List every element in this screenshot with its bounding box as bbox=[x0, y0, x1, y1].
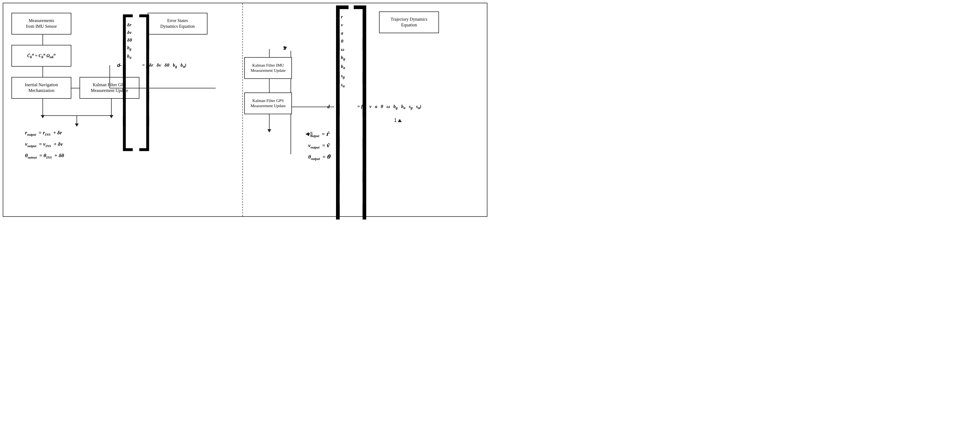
label-2-arrow: 2 bbox=[283, 46, 286, 51]
arrow-box4-output bbox=[110, 99, 113, 118]
arrow-merge-output bbox=[75, 115, 79, 127]
out-eq1-right: routput = r̂ bbox=[308, 128, 330, 140]
label-1-area: 1 bbox=[394, 117, 402, 123]
out-eq2-right: voutput = v̂ bbox=[308, 140, 330, 151]
box-kf-gps-right: Kalman Filter GPS Measurement Update bbox=[244, 92, 292, 114]
diagram-container: Measurements from IMU Sensor Ċbn = Cbn Ω… bbox=[3, 3, 487, 217]
traj-matrix-right-bracket: ⎤⎥⎥⎥⎥⎥⎥⎥⎦ bbox=[350, 11, 369, 220]
out-eq2-left: voutput = vINS + δv bbox=[25, 138, 64, 150]
hline-d-bracket bbox=[119, 65, 122, 66]
right-bracket-error: ⎤⎥⎥⎥⎦ bbox=[137, 20, 152, 147]
left-panel: Measurements from IMU Sensor Ċbn = Cbn Ω… bbox=[3, 3, 243, 216]
arrow-kf-gps-right-down bbox=[267, 114, 271, 133]
output-equations-left: routput = rINS + δr voutput = vINS + δv … bbox=[25, 127, 64, 161]
out-eq3-right: θoutput = θ̂ bbox=[308, 151, 330, 163]
arrow-1-up bbox=[398, 119, 402, 122]
error-eq-rhs: = f(δr δv δθ bg ba) bbox=[142, 63, 186, 69]
out-eq1-left: routput = rINS + δr bbox=[25, 127, 64, 138]
hline-traj-connector bbox=[291, 107, 330, 107]
box-measurements: Measurements from IMU Sensor bbox=[11, 13, 72, 35]
error-matrix-items: δr δv δθ bg ba bbox=[127, 22, 132, 60]
box-kf-imu: Kalman Filter IMU Measurement Update bbox=[244, 57, 292, 79]
box-error-states: Error States Dynamics Equation bbox=[148, 13, 207, 35]
hline-error-to-box4 bbox=[110, 88, 216, 89]
kf-gps-right-label: Kalman Filter GPS Measurement Update bbox=[250, 98, 286, 109]
hline-box3-box4 bbox=[72, 88, 80, 89]
measurements-label: Measurements from IMU Sensor bbox=[26, 18, 57, 29]
arrow-2-down bbox=[283, 47, 287, 50]
label-1: 1 bbox=[394, 117, 397, 123]
box-inm: Inertial Navigation Mechanization bbox=[11, 77, 72, 99]
vline-error-left bbox=[110, 65, 110, 88]
trajectory-label: Trajectory Dynamics Equation bbox=[391, 17, 428, 28]
traj-eq-rhs: = f(r v a θ ω bg ba sg sa) bbox=[357, 104, 421, 110]
cdot-eq-label: Ċbn = Cbn Ωnbn bbox=[27, 52, 56, 60]
box-trajectory: Trajectory Dynamics Equation bbox=[379, 11, 439, 33]
error-states-label: Error States Dynamics Equation bbox=[161, 18, 195, 29]
hline-d-traj bbox=[330, 107, 334, 107]
box-cdot-eq: Ċbn = Cbn Ωnbn bbox=[11, 45, 72, 67]
kf-imu-label: Kalman Filter IMU Measurement Update bbox=[250, 63, 286, 73]
traj-matrix-items: r v a θ ω bg ba sg sa bbox=[341, 14, 345, 89]
output-equations-right: routput = r̂ voutput = v̂ θoutput = θ̂ bbox=[308, 128, 330, 163]
right-panel: 2 Trajectory Dynamics Equation ⎡⎢⎢⎢⎢⎢⎢⎢⎣… bbox=[243, 3, 487, 216]
out-eq3-left: θoutout = θINS + δθ bbox=[25, 150, 64, 161]
inm-label: Inertial Navigation Mechanization bbox=[25, 82, 58, 94]
